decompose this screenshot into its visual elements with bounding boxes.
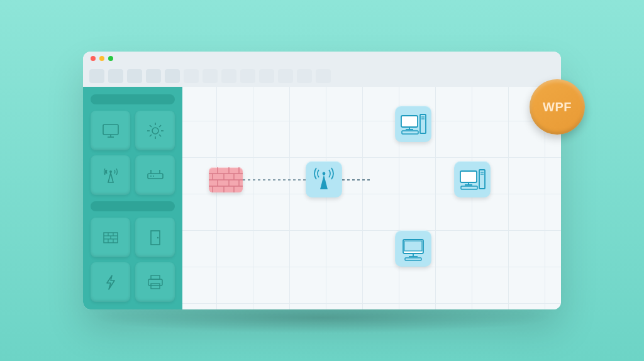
stencil-antenna[interactable] bbox=[91, 155, 130, 195]
node-computer-1[interactable] bbox=[395, 106, 431, 142]
svg-rect-57 bbox=[461, 186, 477, 189]
toolbar-item[interactable] bbox=[297, 69, 312, 83]
titlebar bbox=[83, 52, 561, 65]
svg-rect-47 bbox=[401, 116, 418, 127]
door-icon bbox=[145, 227, 166, 248]
svg-line-8 bbox=[150, 125, 152, 127]
svg-rect-65 bbox=[405, 258, 421, 260]
stencil-thunder[interactable] bbox=[91, 262, 130, 302]
svg-point-16 bbox=[150, 175, 152, 177]
node-monitor[interactable] bbox=[395, 230, 431, 267]
svg-rect-28 bbox=[151, 275, 160, 279]
firewall-icon bbox=[209, 167, 243, 192]
stencil-router[interactable] bbox=[135, 155, 175, 195]
svg-rect-54 bbox=[460, 171, 477, 182]
brightness-icon bbox=[145, 120, 166, 142]
stencil-door[interactable] bbox=[135, 218, 175, 257]
stencil-brightness[interactable] bbox=[135, 111, 175, 150]
toolbar-item[interactable] bbox=[127, 69, 142, 83]
toolbar-item[interactable] bbox=[259, 69, 274, 83]
svg-point-46 bbox=[323, 172, 326, 175]
node-antenna[interactable] bbox=[306, 161, 342, 197]
computer-tower-icon bbox=[458, 165, 487, 194]
svg-rect-0 bbox=[103, 125, 118, 135]
toolbar-item[interactable] bbox=[89, 69, 104, 83]
monitor-icon bbox=[399, 234, 428, 263]
svg-point-3 bbox=[152, 128, 158, 134]
toolbar bbox=[83, 65, 561, 87]
stencil-grid bbox=[91, 111, 175, 195]
svg-rect-62 bbox=[404, 241, 422, 251]
stencil-printer[interactable] bbox=[135, 262, 175, 302]
stencil-monitor[interactable] bbox=[91, 111, 130, 150]
content-area bbox=[83, 87, 561, 309]
close-dot[interactable] bbox=[91, 56, 96, 61]
svg-line-10 bbox=[159, 125, 161, 127]
wpf-badge: WPF bbox=[530, 79, 585, 135]
maximize-dot[interactable] bbox=[108, 56, 113, 61]
diagram-canvas[interactable] bbox=[182, 87, 561, 309]
toolbar-item[interactable] bbox=[203, 69, 218, 83]
toolbar-item[interactable] bbox=[165, 69, 180, 83]
stencil-grid bbox=[91, 218, 175, 302]
svg-rect-30 bbox=[151, 284, 160, 289]
toolbar-item[interactable] bbox=[316, 69, 331, 83]
svg-line-11 bbox=[150, 135, 152, 136]
printer-icon bbox=[145, 272, 166, 293]
firewall-icon bbox=[100, 227, 121, 248]
toolbar-item[interactable] bbox=[221, 69, 236, 83]
toolbar-item[interactable] bbox=[240, 69, 255, 83]
antenna-icon bbox=[100, 165, 121, 186]
toolbar-item[interactable] bbox=[146, 69, 161, 83]
app-window: WPF bbox=[83, 52, 561, 309]
svg-rect-13 bbox=[148, 174, 163, 179]
toolbar-item[interactable] bbox=[278, 69, 293, 83]
svg-point-17 bbox=[153, 175, 154, 177]
stencil-section-header[interactable] bbox=[91, 201, 175, 211]
stencil-firewall[interactable] bbox=[91, 218, 130, 257]
toolbar-item[interactable] bbox=[108, 69, 123, 83]
minimize-dot[interactable] bbox=[99, 56, 104, 61]
node-computer-2[interactable] bbox=[454, 161, 491, 197]
thunder-icon bbox=[100, 272, 121, 293]
node-firewall[interactable] bbox=[209, 167, 243, 192]
antenna-icon bbox=[310, 165, 338, 193]
badge-label: WPF bbox=[543, 100, 572, 114]
stencil-section-header[interactable] bbox=[91, 94, 175, 104]
monitor-icon bbox=[100, 120, 121, 142]
router-icon bbox=[145, 165, 166, 186]
stencil-sidebar bbox=[83, 87, 182, 309]
computer-tower-icon bbox=[399, 109, 428, 138]
svg-point-27 bbox=[157, 236, 158, 238]
svg-line-9 bbox=[159, 135, 161, 136]
svg-rect-50 bbox=[402, 131, 418, 134]
toolbar-item[interactable] bbox=[184, 69, 199, 83]
